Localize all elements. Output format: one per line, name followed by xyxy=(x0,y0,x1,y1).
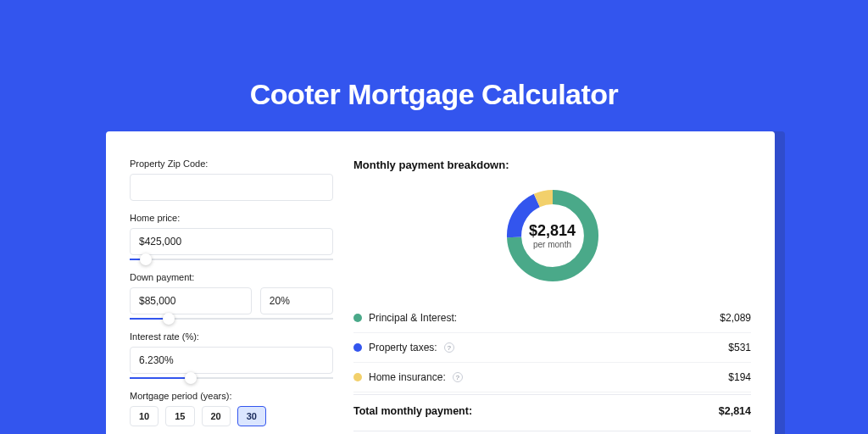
dot-icon xyxy=(353,314,362,322)
field-down-payment: Down payment: xyxy=(130,272,333,320)
breakdown-row-taxes: Property taxes: ? $531 xyxy=(353,333,751,363)
interest-rate-label: Interest rate (%): xyxy=(130,331,333,342)
breakdown-label: Home insurance: xyxy=(369,371,446,383)
down-payment-amount-input[interactable] xyxy=(130,287,252,314)
donut-chart: $2,814 per month xyxy=(502,185,604,287)
period-option-15[interactable]: 15 xyxy=(165,406,194,426)
calculator-card: Property Zip Code: Home price: Down paym… xyxy=(106,131,775,434)
home-price-slider[interactable] xyxy=(130,259,333,260)
summary-column: Monthly payment breakdown: $2,814 per mo… xyxy=(353,159,751,434)
page-title: Cooter Mortgage Calculator xyxy=(0,0,868,111)
breakdown-row-insurance: Home insurance: ? $194 xyxy=(353,363,751,392)
breakdown-value: $531 xyxy=(728,342,751,353)
info-icon[interactable]: ? xyxy=(453,372,463,382)
donut-sub: per month xyxy=(533,240,571,249)
interest-rate-input[interactable] xyxy=(130,347,333,374)
dot-icon xyxy=(353,343,362,352)
breakdown-label: Property taxes: xyxy=(369,342,437,353)
field-period: Mortgage period (years): 10 15 20 30 xyxy=(130,391,333,426)
interest-rate-slider[interactable] xyxy=(130,377,333,379)
breakdown-row-principal: Principal & Interest: $2,089 xyxy=(353,303,751,333)
total-row: Total monthly payment: $2,814 xyxy=(353,394,751,431)
breakdown-label: Principal & Interest: xyxy=(369,312,457,324)
period-label: Mortgage period (years): xyxy=(130,391,333,401)
breakdown-value: $2,089 xyxy=(720,312,751,324)
field-zip: Property Zip Code: xyxy=(130,159,333,201)
period-segmented: 10 15 20 30 xyxy=(130,406,333,426)
zip-input[interactable] xyxy=(130,174,333,201)
form-column: Property Zip Code: Home price: Down paym… xyxy=(130,159,333,434)
down-payment-slider[interactable] xyxy=(130,318,333,320)
down-payment-percent-input[interactable] xyxy=(260,287,333,314)
home-price-input[interactable] xyxy=(130,228,333,255)
home-price-label: Home price: xyxy=(130,213,333,223)
breakdown-heading: Monthly payment breakdown: xyxy=(353,159,751,171)
dot-icon xyxy=(353,373,362,381)
total-value: $2,814 xyxy=(719,405,751,417)
field-home-price: Home price: xyxy=(130,213,333,260)
field-interest-rate: Interest rate (%): xyxy=(130,331,333,379)
donut-amount: $2,814 xyxy=(529,222,576,240)
period-option-10[interactable]: 10 xyxy=(130,406,159,426)
total-label: Total monthly payment: xyxy=(353,405,472,417)
info-icon[interactable]: ? xyxy=(444,342,454,353)
donut-chart-wrap: $2,814 per month xyxy=(353,185,751,287)
period-option-30[interactable]: 30 xyxy=(237,406,266,426)
down-payment-label: Down payment: xyxy=(130,272,333,282)
amortization-section: Amortization for mortgage loan Amortizat… xyxy=(353,431,751,434)
breakdown-value: $194 xyxy=(728,371,751,383)
zip-label: Property Zip Code: xyxy=(130,159,333,169)
period-option-20[interactable]: 20 xyxy=(202,406,231,426)
